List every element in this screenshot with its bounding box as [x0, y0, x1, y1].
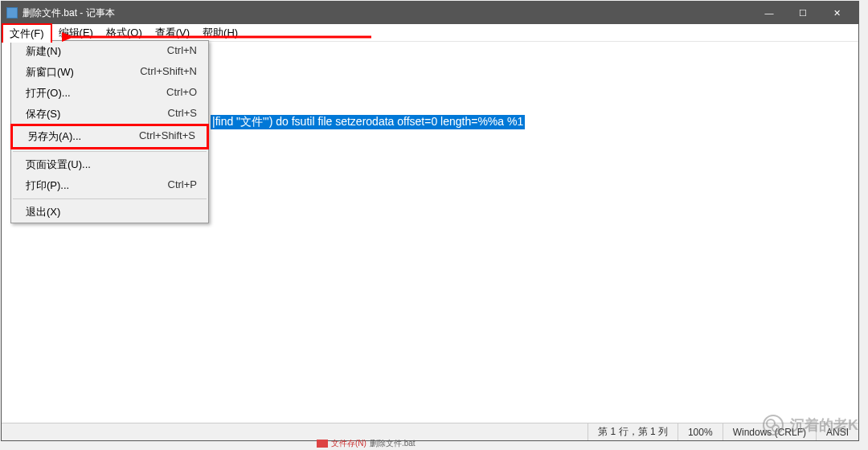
wechat-icon [763, 415, 784, 436]
menu-item-shortcut: Ctrl+Shift+N [140, 65, 197, 80]
close-button[interactable]: ✕ [820, 2, 854, 24]
taskbar-filename: 删除文件.bat [370, 438, 416, 449]
menu-item-shortcut: Ctrl+Shift+S [139, 129, 195, 144]
menu-item-save[interactable]: 保存(S) Ctrl+S [11, 104, 208, 125]
menu-item-label: 页面设置(U)... [26, 158, 91, 172]
menu-item-label: 退出(X) [26, 205, 60, 219]
watermark: 沉着的老K [763, 415, 858, 436]
selected-text: |find "文件"') do fsutil file setzerodata … [211, 115, 525, 129]
maximize-button[interactable]: ☐ [786, 2, 820, 24]
taskbar-fragment: 文件存(N) 删除文件.bat [313, 437, 419, 450]
notepad-icon [6, 7, 18, 18]
taskbar-app-icon [317, 440, 328, 448]
menu-item-label: 新建(N) [26, 44, 61, 59]
menu-item-shortcut: Ctrl+S [168, 107, 197, 121]
menu-item-print[interactable]: 打印(P)... Ctrl+P [11, 175, 208, 196]
menu-item-label: 打开(O)... [26, 86, 71, 100]
menu-item-label: 保存(S) [26, 107, 60, 121]
menu-item-save-as[interactable]: 另存为(A)... Ctrl+Shift+S [10, 124, 209, 149]
menu-view[interactable]: 查看(V) [149, 24, 196, 42]
menu-separator [13, 151, 207, 152]
menu-item-shortcut: Ctrl+P [168, 178, 197, 193]
menu-item-page-setup[interactable]: 页面设置(U)... [11, 154, 208, 175]
status-zoom: 100% [678, 423, 723, 440]
titlebar[interactable]: 删除文件.bat - 记事本 — ☐ ✕ [2, 2, 858, 24]
menu-item-shortcut: Ctrl+N [167, 44, 197, 59]
menubar: 文件(F) 编辑(E) 格式(O) 查看(V) 帮助(H) [2, 24, 858, 42]
menu-item-exit[interactable]: 退出(X) [11, 202, 208, 223]
minimize-button[interactable]: — [752, 2, 786, 24]
menu-item-new[interactable]: 新建(N) Ctrl+N [11, 41, 208, 62]
taskbar-prefix: 文件存(N) [331, 438, 366, 449]
menu-item-shortcut: Ctrl+O [166, 86, 197, 100]
menu-item-label: 另存为(A)... [27, 129, 81, 144]
menu-edit[interactable]: 编辑(E) [52, 24, 100, 42]
watermark-text: 沉着的老K [790, 415, 858, 435]
window-title: 删除文件.bat - 记事本 [23, 6, 752, 20]
menu-item-open[interactable]: 打开(O)... Ctrl+O [11, 83, 208, 104]
statusbar: 第 1 行，第 1 列 100% Windows (CRLF) ANSI [2, 423, 858, 440]
file-menu-dropdown: 新建(N) Ctrl+N 新窗口(W) Ctrl+Shift+N 打开(O)..… [10, 40, 209, 223]
menu-separator [13, 198, 207, 199]
menu-file[interactable]: 文件(F) [2, 23, 52, 43]
menu-format[interactable]: 格式(O) [100, 24, 149, 42]
menu-item-label: 新窗口(W) [26, 65, 74, 80]
menu-item-label: 打印(P)... [26, 178, 69, 193]
menu-item-new-window[interactable]: 新窗口(W) Ctrl+Shift+N [11, 62, 208, 83]
menu-help[interactable]: 帮助(H) [196, 24, 244, 42]
status-position: 第 1 行，第 1 列 [588, 423, 678, 440]
